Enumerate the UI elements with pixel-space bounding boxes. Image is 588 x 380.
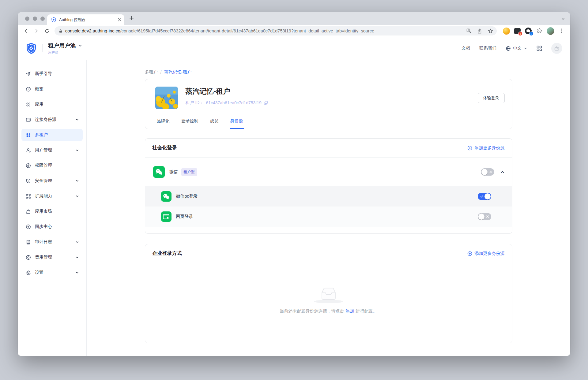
provider-badge: 租户型 <box>181 168 197 176</box>
extension-dark-icon[interactable]: 1 <box>513 27 521 35</box>
bookmark-star-icon[interactable] <box>486 27 494 35</box>
wechat-icon <box>161 191 172 202</box>
workspace-switcher[interactable]: 租户用户池 用户池 <box>48 42 82 55</box>
toggle-knob <box>478 214 484 220</box>
tab-close-icon[interactable] <box>118 18 121 21</box>
share-icon[interactable] <box>476 27 484 35</box>
extensions-puzzle-icon[interactable] <box>535 27 543 35</box>
sidebar-item-label: 用户管理 <box>35 147 52 153</box>
social-login-card: 社会化登录 添加更多身份源 微信 租户型 <box>145 138 512 234</box>
gear-icon <box>26 270 31 275</box>
browser-toolbar: console.dev2.authing-inc.co/console/6195… <box>18 25 570 37</box>
web-login-icon <box>161 211 172 222</box>
shield-check-icon <box>26 178 31 184</box>
connection-name: 微信pc登录 <box>176 194 198 199</box>
empty-inbox-icon <box>320 287 337 301</box>
window-minimize-button[interactable] <box>33 17 37 21</box>
wechat-toggle[interactable] <box>481 168 494 176</box>
chevron-down-icon <box>75 240 79 244</box>
chevron-down-icon <box>524 47 527 50</box>
try-login-button[interactable]: 体验登录 <box>478 93 505 103</box>
sidebar-item-audit-log[interactable]: 审计日志 <box>21 236 83 248</box>
browser-profile-avatar[interactable] <box>546 27 554 35</box>
chevron-down-icon <box>75 255 79 259</box>
breadcrumb-separator: / <box>160 70 162 75</box>
gauge-icon <box>26 87 31 92</box>
browser-tab[interactable]: Authing 控制台 <box>47 14 124 25</box>
main-area: 多租户 / 蒸汽记忆-租户 蒸汽记忆-租户 租户 ID： <box>87 60 570 356</box>
traffic-lights <box>25 17 45 21</box>
user-avatar[interactable] <box>551 43 562 54</box>
window-close-button[interactable] <box>25 17 29 21</box>
header-divider <box>42 44 43 52</box>
url-domain: console.dev2.authing-inc.co <box>65 28 120 33</box>
address-bar[interactable]: console.dev2.authing-inc.co/console/6195… <box>55 26 497 35</box>
extension-cat-icon[interactable]: 3 <box>524 27 532 35</box>
tab-members[interactable]: 成员 <box>209 118 219 129</box>
apps-dots-icon <box>26 102 31 107</box>
wechat-pc-toggle[interactable] <box>478 193 491 200</box>
tab-branding[interactable]: 品牌化 <box>156 118 170 129</box>
add-identity-source-link[interactable]: 添加更多身份源 <box>467 145 505 151</box>
toggle-check-mark <box>480 195 483 198</box>
sidebar-item-settings[interactable]: 设置 <box>21 266 83 279</box>
chevron-down-icon <box>78 44 82 48</box>
sidebar-item-sync-center[interactable]: 同步中心 <box>21 221 83 233</box>
sidebar-item-identity-sources[interactable]: 连接身份源 <box>21 114 83 126</box>
provider-row-wechat: 微信 租户型 <box>145 158 512 186</box>
add-link-label: 添加更多身份源 <box>475 251 505 256</box>
tab-identity-source[interactable]: 身份源 <box>230 118 244 129</box>
sidebar-item-security[interactable]: 安全管理 <box>21 175 83 187</box>
breadcrumb-current: 蒸汽记忆-租户 <box>164 69 191 75</box>
contact-link[interactable]: 联系我们 <box>479 46 496 51</box>
empty-add-link[interactable]: 添加 <box>346 308 354 313</box>
new-tab-button[interactable] <box>129 16 134 20</box>
toggle-x-mark <box>489 170 492 173</box>
sidebar-item-extensions[interactable]: 扩展能力 <box>21 190 83 202</box>
web-login-toggle[interactable] <box>478 213 491 220</box>
language-selector[interactable]: 中文 <box>506 46 527 51</box>
connection-row-wechat-pc: 微信pc登录 <box>145 186 512 207</box>
tenant-card: 蒸汽记忆-租户 租户 ID： 61c437ab61ea0c7d1d753f19 … <box>145 79 512 129</box>
sidebar-item-app-market[interactable]: 应用市场 <box>21 205 83 218</box>
sidebar-item-permission[interactable]: 权限管理 <box>21 159 83 172</box>
sidebar-item-guide[interactable]: 新手引导 <box>21 68 83 80</box>
docs-link[interactable]: 文档 <box>462 46 470 51</box>
collapse-chevron-up-icon[interactable] <box>500 170 505 174</box>
toggle-knob <box>484 193 491 199</box>
reload-button[interactable] <box>42 26 51 35</box>
browser-menu-icon[interactable] <box>557 27 565 35</box>
extension-badge: 1 <box>518 32 522 36</box>
workspace-subtitle: 用户池 <box>48 50 82 55</box>
sidebar-item-label: 应用 <box>35 102 43 107</box>
shopping-bag-icon <box>26 209 31 214</box>
workspace-title: 租户用户池 <box>48 42 76 49</box>
extension-color-icon[interactable] <box>502 27 510 35</box>
sidebar-item-multi-tenant[interactable]: 多租户 <box>21 129 83 141</box>
tab-login-control[interactable]: 登录控制 <box>181 118 199 129</box>
sidebar-item-billing[interactable]: 费用管理 <box>21 251 83 263</box>
copy-icon[interactable] <box>264 101 268 105</box>
url-text[interactable]: console.dev2.authing-inc.co/console/6195… <box>65 28 462 33</box>
back-button[interactable] <box>21 26 31 35</box>
sidebar-item-apps[interactable]: 应用 <box>21 98 83 110</box>
apps-grid-icon[interactable] <box>537 46 542 51</box>
tab-search-chevron-icon[interactable] <box>561 17 565 21</box>
connection-name: 网页登录 <box>176 214 193 219</box>
translate-icon[interactable] <box>465 27 473 35</box>
toggle-x-mark <box>486 215 489 218</box>
window-zoom-button[interactable] <box>40 17 45 21</box>
forward-button[interactable] <box>32 26 41 35</box>
tenant-id-label: 租户 ID： <box>186 100 204 106</box>
sidebar-item-overview[interactable]: 概览 <box>21 83 83 95</box>
extension-corners-icon <box>26 194 31 199</box>
chevron-down-icon <box>75 194 79 198</box>
sidebar-item-user-management[interactable]: 用户管理 <box>21 144 83 156</box>
sidebar-item-label: 扩展能力 <box>35 193 52 199</box>
chevron-down-icon <box>75 179 79 183</box>
breadcrumb-parent[interactable]: 多租户 <box>145 69 158 75</box>
add-identity-source-link[interactable]: 添加更多身份源 <box>467 251 505 256</box>
sidebar: 新手引导 概览 应用 连接身份源 多租户 用户管理 <box>18 60 87 356</box>
sidebar-item-label: 权限管理 <box>35 163 52 168</box>
empty-icon-shadow <box>314 300 343 303</box>
